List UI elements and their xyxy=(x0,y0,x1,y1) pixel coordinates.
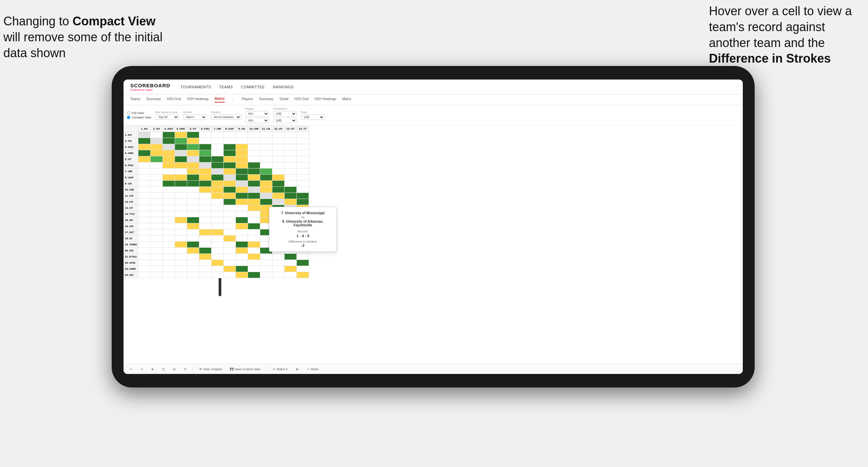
matrix-cell[interactable] xyxy=(284,193,296,199)
matrix-cell[interactable] xyxy=(236,162,248,169)
matrix-cell[interactable] xyxy=(211,162,223,169)
matrix-cell[interactable] xyxy=(199,162,211,169)
matrix-cell[interactable] xyxy=(223,211,236,217)
matrix-cell[interactable] xyxy=(175,248,187,254)
save-custom-button[interactable]: 💾 Save Custom View xyxy=(228,367,262,372)
matrix-cell[interactable] xyxy=(296,254,309,260)
matrix-cell[interactable] xyxy=(260,193,272,199)
matrix-cell[interactable] xyxy=(248,138,260,144)
conference-select2[interactable]: (All) xyxy=(273,118,297,123)
matrix-cell[interactable] xyxy=(162,223,175,229)
matrix-cell[interactable] xyxy=(199,193,211,199)
tool-2[interactable]: ⊡ xyxy=(160,367,167,372)
matrix-cell[interactable] xyxy=(187,156,199,162)
matrix-cell[interactable] xyxy=(236,199,248,205)
nav-committee[interactable]: COMMITTEE xyxy=(241,85,265,89)
matrix-cell[interactable] xyxy=(175,156,187,162)
matrix-cell[interactable] xyxy=(223,272,236,278)
matrix-cell[interactable] xyxy=(211,260,223,266)
matrix-cell[interactable] xyxy=(175,236,187,242)
matrix-cell[interactable] xyxy=(175,260,187,266)
matrix-cell[interactable] xyxy=(211,211,223,217)
matrix-cell[interactable] xyxy=(162,229,175,236)
matrix-cell[interactable] xyxy=(199,223,211,229)
tab-summary-left[interactable]: Summary xyxy=(146,97,161,102)
matrix-cell[interactable] xyxy=(138,248,150,254)
matrix-cell[interactable] xyxy=(175,199,187,205)
matrix-cell[interactable] xyxy=(236,217,248,223)
matrix-cell[interactable] xyxy=(223,138,236,144)
matrix-cell[interactable] xyxy=(199,181,211,187)
matrix-cell[interactable] xyxy=(236,181,248,187)
matrix-cell[interactable] xyxy=(236,254,248,260)
division-select[interactable]: NCAA Division I xyxy=(211,114,241,120)
matrix-cell[interactable] xyxy=(150,272,162,278)
matrix-cell[interactable] xyxy=(296,162,309,169)
matrix-cell[interactable] xyxy=(150,248,162,254)
matrix-cell[interactable] xyxy=(187,199,199,205)
matrix-cell[interactable] xyxy=(236,144,248,150)
matrix-cell[interactable] xyxy=(248,132,260,138)
matrix-cell[interactable] xyxy=(162,266,175,272)
matrix-cell[interactable] xyxy=(296,144,309,150)
matrix-cell[interactable] xyxy=(162,156,175,162)
matrix-cell[interactable] xyxy=(211,156,223,162)
matrix-cell[interactable] xyxy=(187,223,199,229)
matrix-cell[interactable] xyxy=(260,254,272,260)
matrix-cell[interactable] xyxy=(284,175,296,181)
matrix-cell[interactable] xyxy=(236,169,248,175)
matrix-cell[interactable] xyxy=(150,181,162,187)
matrix-cell[interactable] xyxy=(162,187,175,193)
matrix-cell[interactable] xyxy=(272,169,284,175)
matrix-cell[interactable] xyxy=(223,187,236,193)
matrix-cell[interactable] xyxy=(138,169,150,175)
matrix-cell[interactable] xyxy=(236,132,248,138)
compact-view-radio[interactable]: Compact View xyxy=(127,116,151,119)
matrix-cell[interactable] xyxy=(187,162,199,169)
matrix-cell[interactable] xyxy=(199,187,211,193)
matrix-cell[interactable] xyxy=(138,162,150,169)
tab-summary-right[interactable]: Summary xyxy=(259,97,274,102)
matrix-cell[interactable] xyxy=(272,181,284,187)
matrix-cell[interactable] xyxy=(175,175,187,181)
matrix-cell[interactable] xyxy=(150,162,162,169)
matrix-cell[interactable] xyxy=(150,223,162,229)
matrix-cell[interactable] xyxy=(260,150,272,156)
matrix-cell[interactable] xyxy=(248,272,260,278)
matrix-cell[interactable] xyxy=(211,193,223,199)
matrix-cell[interactable] xyxy=(138,211,150,217)
matrix-cell[interactable] xyxy=(162,175,175,181)
matrix-cell[interactable] xyxy=(272,162,284,169)
share-button[interactable]: ↗ Share xyxy=(305,367,320,372)
matrix-cell[interactable] xyxy=(260,132,272,138)
matrix-cell[interactable] xyxy=(199,156,211,162)
matrix-cell[interactable] xyxy=(260,181,272,187)
matrix-cell[interactable] xyxy=(260,199,272,205)
tab-matrix-left[interactable]: Matrix xyxy=(215,97,224,103)
matrix-cell[interactable] xyxy=(187,193,199,199)
matrix-cell[interactable] xyxy=(211,248,223,254)
matrix-cell[interactable] xyxy=(248,242,260,248)
matrix-cell[interactable] xyxy=(272,156,284,162)
matrix-cell[interactable] xyxy=(150,260,162,266)
matrix-cell[interactable] xyxy=(272,199,284,205)
matrix-cell[interactable] xyxy=(223,162,236,169)
matrix-cell[interactable] xyxy=(199,138,211,144)
matrix-cell[interactable] xyxy=(175,223,187,229)
matrix-cell[interactable] xyxy=(272,175,284,181)
conference-select1[interactable]: (All) xyxy=(273,111,297,116)
matrix-cell[interactable] xyxy=(138,217,150,223)
matrix-cell[interactable] xyxy=(187,181,199,187)
matrix-cell[interactable] xyxy=(296,150,309,156)
matrix-cell[interactable] xyxy=(150,254,162,260)
matrix-cell[interactable] xyxy=(236,272,248,278)
matrix-cell[interactable] xyxy=(175,187,187,193)
matrix-cell[interactable] xyxy=(162,272,175,278)
team-select[interactable]: (All) xyxy=(301,114,325,120)
matrix-cell[interactable] xyxy=(162,144,175,150)
matrix-cell[interactable] xyxy=(248,162,260,169)
matrix-cell[interactable] xyxy=(211,144,223,150)
matrix-cell[interactable] xyxy=(187,187,199,193)
matrix-cell[interactable] xyxy=(187,260,199,266)
matrix-cell[interactable] xyxy=(175,144,187,150)
